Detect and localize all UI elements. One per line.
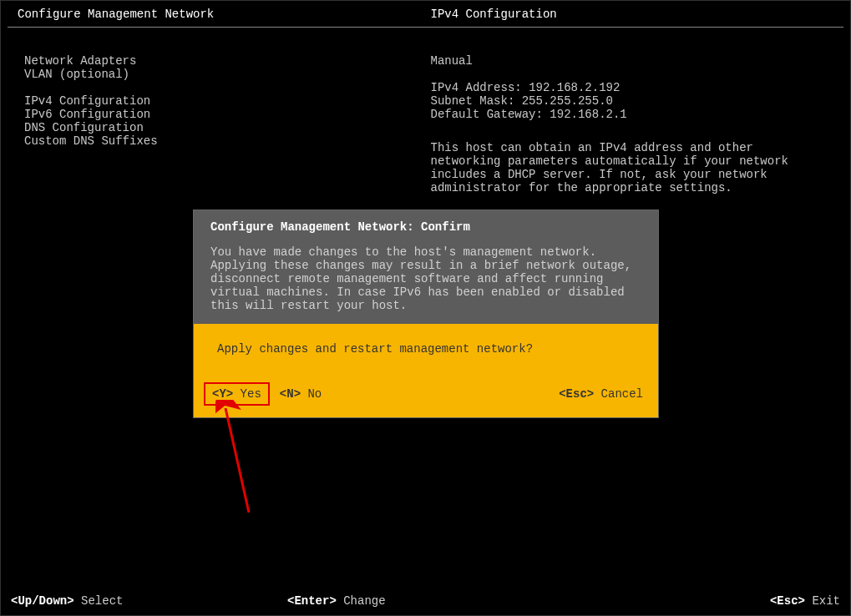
footer-center-key: <Enter> (287, 594, 337, 608)
dialog-question: Apply changes and restart management net… (217, 342, 641, 356)
no-key: <N> (280, 387, 301, 401)
menu-group-1: Network Adapters VLAN (optional) (24, 54, 426, 81)
dialog-button-row: <Y> Yes <N> No <Esc> Cancel (194, 364, 658, 417)
ipv4-label: IPv4 Address: (431, 81, 529, 94)
no-button[interactable]: <N> No (280, 387, 322, 401)
menu-item-custom-dns[interactable]: Custom DNS Suffixes (24, 134, 426, 148)
ip-description: This host can obtain an IPv4 address and… (431, 141, 823, 194)
menu-item-ipv4[interactable]: IPv4 Configuration (24, 94, 426, 108)
dialog-message-text: You have made changes to the host's mana… (210, 245, 641, 312)
confirm-dialog: Configure Management Network: Confirm Yo… (193, 210, 659, 418)
yes-key: <Y> (212, 387, 233, 401)
dialog-title: Configure Management Network: Confirm (210, 220, 641, 234)
menu-item-ipv6[interactable]: IPv6 Configuration (24, 108, 426, 121)
dialog-question-area: Apply changes and restart management net… (194, 324, 658, 364)
header-title-left: Configure Management Network (8, 8, 426, 21)
footer-hint-select: <Up/Down> Select (11, 594, 287, 608)
ipv4-address-line: IPv4 Address: 192.168.2.192 (431, 81, 834, 94)
menu-item-vlan[interactable]: VLAN (optional) (24, 68, 426, 81)
gateway-line: Default Gateway: 192.168.2.1 (431, 108, 834, 121)
header-bar: Configure Management Network IPv4 Config… (8, 1, 843, 28)
no-label: No (301, 387, 322, 401)
footer-right-label: Exit (805, 594, 840, 608)
menu-group-2: IPv4 Configuration IPv6 Configuration DN… (24, 94, 426, 148)
cancel-button[interactable]: <Esc> Cancel (559, 387, 643, 401)
yes-label: Yes (233, 387, 261, 401)
svg-line-0 (225, 408, 249, 512)
cancel-key: <Esc> (559, 387, 594, 401)
footer-center-label: Change (337, 594, 386, 608)
footer-left-key: <Up/Down> (11, 594, 74, 608)
footer-hint-exit: <Esc> Exit (564, 594, 840, 608)
ipv4-value: 192.168.2.192 (529, 81, 620, 94)
yes-button[interactable]: <Y> Yes (204, 382, 270, 406)
menu-item-network-adapters[interactable]: Network Adapters (24, 54, 426, 68)
mask-label: Subnet Mask: (431, 94, 522, 108)
footer-hint-change: <Enter> Change (287, 594, 564, 608)
mask-value: 255.255.255.0 (522, 94, 613, 108)
right-detail-panel: Manual IPv4 Address: 192.168.2.192 Subne… (426, 34, 834, 194)
footer-bar: <Up/Down> Select <Enter> Change <Esc> Ex… (1, 588, 850, 615)
gw-value: 192.168.2.1 (550, 108, 626, 121)
gw-label: Default Gateway: (431, 108, 550, 121)
dialog-header: Configure Management Network: Confirm (194, 210, 658, 242)
subnet-mask-line: Subnet Mask: 255.255.255.0 (431, 94, 834, 108)
annotation-arrow-icon (215, 400, 274, 525)
header-title-right: IPv4 Configuration (426, 8, 844, 21)
cancel-label: Cancel (594, 387, 643, 401)
menu-item-dns[interactable]: DNS Configuration (24, 121, 426, 134)
footer-left-label: Select (74, 594, 124, 608)
footer-right-key: <Esc> (770, 594, 805, 608)
dialog-message: You have made changes to the host's mana… (194, 242, 658, 324)
main-area: Network Adapters VLAN (optional) IPv4 Co… (8, 28, 843, 194)
left-menu: Network Adapters VLAN (optional) IPv4 Co… (18, 34, 426, 194)
ip-mode: Manual (431, 54, 834, 68)
